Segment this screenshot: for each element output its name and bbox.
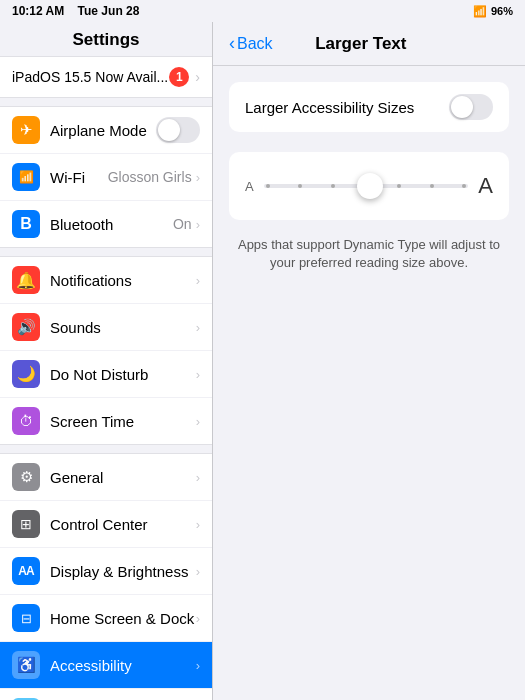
sidebar-item-wifi[interactable]: 📶 Wi-Fi Glosson Girls › <box>0 154 212 201</box>
sidebar-item-control-center[interactable]: ⊞ Control Center › <box>0 501 212 548</box>
sounds-label: Sounds <box>50 319 196 336</box>
status-time: 10:12 AM Tue Jun 28 <box>12 4 139 18</box>
accessibility-label: Accessibility <box>50 657 196 674</box>
font-size-slider-section: A <box>229 152 509 220</box>
display-brightness-label: Display & Brightness <box>50 563 196 580</box>
settings-group-2: 🔔 Notifications › 🔊 Sounds › 🌙 Do Not Di… <box>0 256 212 445</box>
sidebar-item-general[interactable]: ⚙ General › <box>0 454 212 501</box>
display-brightness-icon: AA <box>12 557 40 585</box>
back-label: Back <box>237 35 273 53</box>
accessibility-sizes-label: Larger Accessibility Sizes <box>245 99 414 116</box>
sidebar-item-home-screen[interactable]: ⊟ Home Screen & Dock › <box>0 595 212 642</box>
battery-indicator: 96% <box>491 5 513 17</box>
notifications-label: Notifications <box>50 272 196 289</box>
general-label: General <box>50 469 196 486</box>
right-header: ‹ Back Larger Text <box>213 22 525 66</box>
bluetooth-value: On <box>173 216 192 232</box>
back-chevron-icon: ‹ <box>229 33 235 54</box>
slider-dot-5 <box>397 184 401 188</box>
slider-dot-7 <box>462 184 466 188</box>
slider-dot-1 <box>266 184 270 188</box>
control-center-icon: ⊞ <box>12 510 40 538</box>
sidebar-item-screen-time[interactable]: ⏱ Screen Time › <box>0 398 212 444</box>
airplane-mode-label: Airplane Mode <box>50 122 156 139</box>
right-content: Larger Accessibility Sizes A <box>213 66 525 700</box>
toggle-thumb <box>158 119 180 141</box>
sidebar-item-bluetooth[interactable]: B Bluetooth On › <box>0 201 212 247</box>
bluetooth-label: Bluetooth <box>50 216 173 233</box>
sidebar-item-wallpaper[interactable]: 🌅 Wallpaper › <box>0 689 212 700</box>
right-panel: ‹ Back Larger Text Larger Accessibility … <box>213 22 525 700</box>
notifications-chevron-icon: › <box>196 273 200 288</box>
wifi-status-icon: 📶 <box>473 5 487 18</box>
status-indicators: 📶 96% <box>473 5 513 18</box>
sidebar-title: Settings <box>0 22 212 56</box>
wifi-value: Glosson Girls <box>108 169 192 185</box>
back-button[interactable]: ‹ Back <box>229 33 273 54</box>
slider-dot-6 <box>430 184 434 188</box>
accessibility-sizes-toggle[interactable] <box>449 94 493 120</box>
notifications-icon: 🔔 <box>12 266 40 294</box>
slider-track <box>264 184 469 188</box>
wifi-label: Wi-Fi <box>50 169 108 186</box>
screen-time-label: Screen Time <box>50 413 196 430</box>
general-icon: ⚙ <box>12 463 40 491</box>
update-banner[interactable]: iPadOS 15.5 Now Avail... 1 › <box>0 56 212 98</box>
slider-track-container[interactable] <box>264 172 469 200</box>
home-screen-icon: ⊟ <box>12 604 40 632</box>
update-banner-text: iPadOS 15.5 Now Avail... <box>12 69 169 85</box>
slider-dot-3 <box>331 184 335 188</box>
screen-time-chevron-icon: › <box>196 414 200 429</box>
slider-description: Apps that support Dynamic Type will adju… <box>229 236 509 272</box>
do-not-disturb-icon: 🌙 <box>12 360 40 388</box>
sounds-icon: 🔊 <box>12 313 40 341</box>
sidebar-item-accessibility[interactable]: ♿ Accessibility › <box>0 642 212 689</box>
update-chevron-icon: › <box>195 69 200 85</box>
do-not-disturb-chevron-icon: › <box>196 367 200 382</box>
settings-group-3: ⚙ General › ⊞ Control Center › AA Displa… <box>0 453 212 700</box>
main-layout: Settings iPadOS 15.5 Now Avail... 1 › ✈ … <box>0 22 525 700</box>
control-center-label: Control Center <box>50 516 196 533</box>
accessibility-chevron-icon: › <box>196 658 200 673</box>
accessibility-icon: ♿ <box>12 651 40 679</box>
sidebar-item-do-not-disturb[interactable]: 🌙 Do Not Disturb › <box>0 351 212 398</box>
airplane-mode-toggle[interactable] <box>156 117 200 143</box>
airplane-mode-icon: ✈ <box>12 116 40 144</box>
display-brightness-chevron-icon: › <box>196 564 200 579</box>
right-panel-title: Larger Text <box>273 34 449 54</box>
slider-dot-2 <box>298 184 302 188</box>
accessibility-sizes-row: Larger Accessibility Sizes <box>229 82 509 132</box>
sounds-chevron-icon: › <box>196 320 200 335</box>
sidebar: Settings iPadOS 15.5 Now Avail... 1 › ✈ … <box>0 22 213 700</box>
wifi-icon: 📶 <box>12 163 40 191</box>
do-not-disturb-label: Do Not Disturb <box>50 366 196 383</box>
sidebar-item-sounds[interactable]: 🔊 Sounds › <box>0 304 212 351</box>
screen-time-icon: ⏱ <box>12 407 40 435</box>
status-bar: 10:12 AM Tue Jun 28 📶 96% <box>0 0 525 22</box>
slider-row: A <box>245 172 493 200</box>
sidebar-item-notifications[interactable]: 🔔 Notifications › <box>0 257 212 304</box>
slider-large-a: A <box>478 173 493 199</box>
bluetooth-chevron-icon: › <box>196 217 200 232</box>
control-center-chevron-icon: › <box>196 517 200 532</box>
slider-small-a: A <box>245 179 254 194</box>
home-screen-chevron-icon: › <box>196 611 200 626</box>
update-badge: 1 <box>169 67 189 87</box>
wifi-chevron-icon: › <box>196 170 200 185</box>
bluetooth-icon: B <box>12 210 40 238</box>
sidebar-item-airplane-mode[interactable]: ✈ Airplane Mode <box>0 107 212 154</box>
accessibility-sizes-toggle-thumb <box>451 96 473 118</box>
general-chevron-icon: › <box>196 470 200 485</box>
sidebar-item-display-brightness[interactable]: AA Display & Brightness › <box>0 548 212 595</box>
home-screen-label: Home Screen & Dock <box>50 610 196 627</box>
settings-group-1: ✈ Airplane Mode 📶 Wi-Fi Glosson Girls › … <box>0 106 212 248</box>
slider-thumb[interactable] <box>357 173 383 199</box>
